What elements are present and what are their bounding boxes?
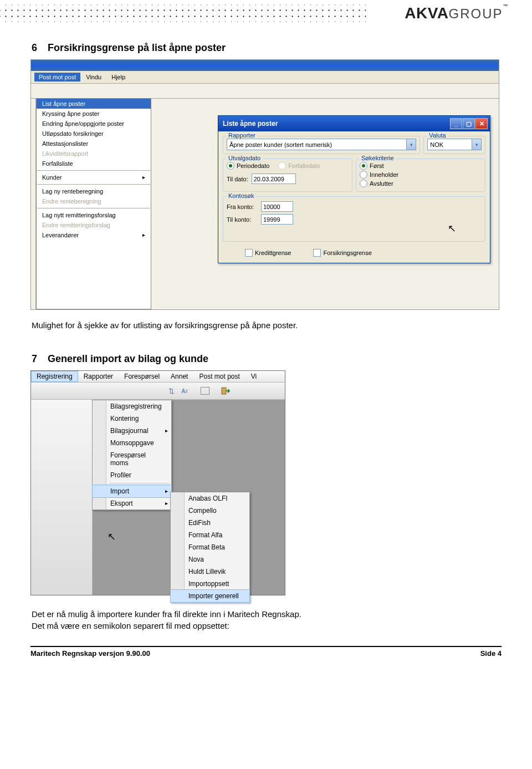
footer-left: Maritech Regnskap versjon 9.90.00	[30, 649, 150, 658]
menu-lag-remit[interactable]: Lag nytt remitteringsforslag	[37, 210, 151, 220]
radio-inneholder-label: Inneholder	[370, 171, 398, 178]
chevron-down-icon[interactable]	[406, 139, 416, 150]
menu-forfallsliste[interactable]: Forfallsliste	[37, 159, 151, 169]
input-frakonto[interactable]: 10000	[261, 201, 293, 212]
minimize-icon[interactable]: _	[450, 118, 462, 129]
menu-bilagsregistrering[interactable]: Bilagsregistrering	[93, 400, 171, 412]
radio-forfallsdato: Forfallsdato	[278, 161, 320, 170]
dot-pattern	[0, 4, 366, 22]
close-icon[interactable]: ✕	[475, 118, 488, 129]
window-titlebar	[31, 60, 499, 71]
group-utvalg-label: Utvalgsdato	[227, 155, 262, 161]
rapporter-value: Åpne poster kunder (sortert numerisk)	[227, 141, 406, 148]
radio-avslutter[interactable]: Avslutter	[360, 179, 482, 188]
dropdown-registrering: Bilagsregistrering Kontering Bilagsjourn…	[92, 400, 172, 510]
radio-forst[interactable]: Først	[360, 161, 482, 170]
footer-rule	[30, 646, 502, 647]
menu-leverandorer[interactable]: Leverandører	[37, 230, 151, 240]
menu-attestasjon[interactable]: Attestasjonslister	[37, 139, 151, 149]
menu-kontering[interactable]: Kontering	[93, 412, 171, 425]
menu-lag-rente[interactable]: Lag ny renteberegning	[37, 186, 151, 196]
submenu-import: Anabas OLFI Compello EdiFish Format Alfa…	[170, 492, 250, 603]
section-7-body1: Det er nå mulig å importere kunder fra f…	[32, 609, 301, 619]
radio-inneholder[interactable]: Inneholder	[360, 170, 482, 179]
checkbox-forsikringsgrense[interactable]: Forsikringsgrense	[313, 248, 371, 257]
chevron-down-icon[interactable]	[472, 139, 481, 150]
menu-bilagsjournal[interactable]: Bilagsjournal	[93, 425, 171, 437]
menu-rapporter[interactable]: Rapporter	[78, 371, 119, 382]
section-7-body2: Det må være en semikolon separert fil me…	[32, 621, 229, 630]
dialog-titlebar[interactable]: Liste åpne poster _ ▢ ✕	[218, 116, 490, 131]
menu-separator	[37, 170, 150, 171]
menu-hjelp[interactable]: Hjelp	[107, 73, 130, 82]
group-sokekriterie-label: Søkekriterie	[360, 155, 396, 161]
menu-utlopsdato[interactable]: Utløpsdato forsikringer	[37, 129, 151, 139]
sort-icon[interactable]: ⇅	[166, 386, 176, 396]
menu-kryssing[interactable]: Kryssing åpne poster	[37, 109, 151, 119]
label-tildato: Til dato:	[227, 176, 248, 182]
submenu-format-beta[interactable]: Format Beta	[171, 541, 249, 553]
sort-az-icon[interactable]: AZ	[180, 386, 190, 396]
menu-separator	[37, 208, 150, 208]
screenshot-1: Post mot post Vindu Hjelp List åpne post…	[30, 59, 499, 310]
group-kontosok-label: Kontosøk	[227, 192, 255, 199]
section-7-num: 7	[32, 353, 45, 365]
menu-foresporsel[interactable]: Forespørsel	[119, 371, 165, 382]
radio-forfallsdato-label: Forfallsdato	[288, 162, 320, 169]
checkbox-kredittgrense[interactable]: Kredittgrense	[245, 248, 291, 257]
rapporter-select[interactable]: Åpne poster kunder (sortert numerisk)	[227, 139, 416, 150]
valuta-value: NOK	[428, 141, 472, 148]
menu-eksport[interactable]: Eksport	[93, 497, 171, 510]
menu-endre-rente: Endre renteberegning	[37, 196, 151, 206]
submenu-importoppsett[interactable]: Importoppsett	[171, 578, 249, 590]
menu-post-mot-post[interactable]: Post mot post	[193, 371, 245, 382]
submenu-huldt[interactable]: Huldt Lillevik	[171, 566, 249, 578]
submenu-nova[interactable]: Nova	[171, 553, 249, 566]
menu-vindu[interactable]: Vindu	[81, 73, 106, 82]
brand-bold: AKVA	[405, 4, 448, 22]
checkbox-forsikring-label: Forsikringsgrense	[323, 249, 371, 256]
menu-vi-truncated[interactable]: Vi	[245, 371, 262, 382]
submenu-compello[interactable]: Compello	[171, 505, 249, 517]
dialog-title: Liste åpne poster	[223, 120, 278, 128]
section-6-body: Mulighet for å sjekke av for utlisting a…	[32, 320, 502, 331]
window-icon[interactable]	[201, 387, 209, 395]
menu-list-apne-poster[interactable]: List åpne poster	[37, 99, 151, 109]
radio-periodedato[interactable]: Periodedato	[227, 161, 269, 170]
menu-annet[interactable]: Annet	[165, 371, 193, 382]
label-tilkonto: Til konto:	[227, 216, 259, 223]
menu-post-mot-post[interactable]: Post mot post	[34, 73, 80, 82]
menu-registrering[interactable]: Registrering	[31, 371, 78, 382]
label-frakonto: Fra konto:	[227, 203, 259, 210]
submenu-importer-generell[interactable]: Importer generell	[170, 589, 250, 603]
menu-momsoppgave[interactable]: Momsoppgave	[93, 437, 171, 449]
brand-logo: AKVAGROUP™	[405, 4, 508, 22]
input-tilkonto[interactable]: 19999	[261, 214, 293, 225]
menu-endring[interactable]: Endring åpne/oppgjorte poster	[37, 119, 151, 129]
menu-import[interactable]: Import	[92, 485, 172, 498]
frakonto-value: 10000	[263, 203, 280, 210]
section-7-body: Det er nå mulig å importere kunder fra f…	[32, 609, 502, 632]
menu-profiler[interactable]: Profiler	[93, 469, 171, 481]
submenu-edifish[interactable]: EdiFish	[171, 517, 249, 529]
menu-likviditet: Likviditetsrapport	[37, 149, 151, 159]
submenu-anabas[interactable]: Anabas OLFI	[171, 492, 249, 505]
header: AKVAGROUP™	[30, 0, 502, 33]
radio-avslutter-label: Avslutter	[370, 180, 393, 187]
valuta-select[interactable]: NOK	[427, 139, 482, 150]
brand-thin: GROUP	[448, 6, 503, 21]
section-6-num: 6	[32, 42, 45, 54]
exit-icon[interactable]	[221, 386, 231, 396]
section-7-title: Generell import av bilag og kunde	[48, 353, 208, 364]
menu-foresporsel-moms[interactable]: Forespørsel moms	[93, 449, 171, 469]
menubar: Registrering Rapporter Forespørsel Annet…	[31, 371, 285, 383]
menu-kunder[interactable]: Kunder	[37, 172, 151, 182]
submenu-format-alfa[interactable]: Format Alfa	[171, 529, 249, 541]
maximize-icon[interactable]: ▢	[463, 118, 475, 129]
section-7-heading: 7 Generell import av bilag og kunde	[32, 353, 502, 365]
input-tildato[interactable]: 20.03.2009	[252, 174, 296, 184]
footer: Maritech Regnskap versjon 9.90.00 Side 4	[30, 649, 502, 658]
left-edge	[31, 99, 36, 309]
menu-endre-remit: Endre remitteringsforslag	[37, 220, 151, 230]
svg-rect-0	[222, 388, 226, 394]
